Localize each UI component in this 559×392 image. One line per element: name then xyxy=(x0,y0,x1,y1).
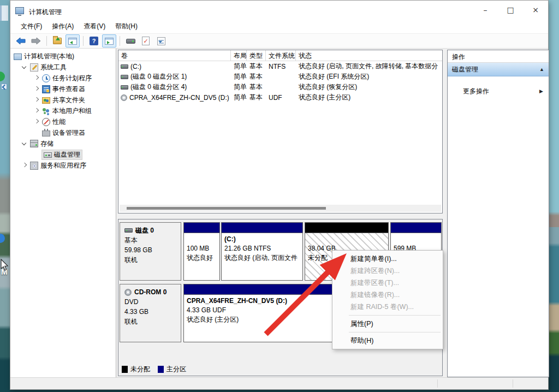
volume-status: 状态良好 (启动, 页面文件, 故障转储, 基本数据分 xyxy=(296,62,442,71)
tree-item-services-applications[interactable]: 服务和应用程序 xyxy=(10,160,116,171)
volume-row[interactable]: (磁盘 0 磁盘分区 4) 简单 基本 状态良好 (恢复分区) xyxy=(118,82,442,92)
chevron-right-icon[interactable] xyxy=(21,162,28,169)
column-volume[interactable]: 卷 xyxy=(118,50,231,61)
menu-separator xyxy=(349,315,441,316)
more-actions-label: 更多操作 xyxy=(463,87,489,96)
column-layout[interactable]: 布局 xyxy=(231,50,247,61)
disk-icon xyxy=(124,228,133,233)
more-actions-item[interactable]: 更多操作 ▶ xyxy=(448,84,549,98)
menu-item-help[interactable]: 帮助(H) xyxy=(332,335,443,347)
partition-size: 21.26 GB NTFS xyxy=(224,244,301,253)
chevron-down-icon[interactable] xyxy=(21,64,28,70)
console-tree-icon xyxy=(68,38,77,45)
chevron-right-icon[interactable] xyxy=(33,118,40,125)
volume-row[interactable]: CPRA_X64FRE_ZH-CN_DV5 (D:) 简单 基本 UDF 状态良… xyxy=(118,92,442,103)
tree-item-storage[interactable]: 存储 xyxy=(10,138,116,149)
collapse-arrow-icon[interactable]: ▲ xyxy=(539,67,544,72)
desktop-icon-green[interactable] xyxy=(0,72,5,81)
volume-icon xyxy=(121,75,128,79)
menu-item-new-striped-volume: 新建带区卷(T)... xyxy=(332,277,443,289)
disk-console-button[interactable] xyxy=(123,34,138,47)
tree-item-event-viewer[interactable]: 事件查看器 xyxy=(10,84,116,94)
tree-item-label: 系统工具 xyxy=(40,63,67,72)
partition-size: 100 MB xyxy=(187,244,218,253)
partition-efi[interactable]: 100 MB 状态良好 xyxy=(183,222,220,281)
partition-header xyxy=(222,223,302,233)
actions-title: 操作 xyxy=(448,50,549,63)
chevron-down-icon[interactable] xyxy=(21,140,28,147)
tree-item-task-scheduler[interactable]: 任务计划程序 xyxy=(10,73,116,84)
partition-status: 状态良好 xyxy=(187,253,218,263)
chevron-right-icon[interactable] xyxy=(33,108,40,114)
partition-status: 状态良好 (启动, 页面文件 xyxy=(224,253,301,263)
chevron-right-icon[interactable] xyxy=(33,86,40,92)
disk-kind: DVD xyxy=(124,297,181,307)
minimize-button[interactable]: – xyxy=(473,1,498,19)
scrollbar-thumb[interactable] xyxy=(127,207,326,210)
volume-name: (磁盘 0 磁盘分区 1) xyxy=(130,72,187,81)
console-tree-pane: 计算机管理(本地) 系统工具 任务计划程序 事件查看器 共享文件夹 xyxy=(10,49,116,377)
volume-status: 状态良好 (恢复分区) xyxy=(296,82,442,92)
tree-item-local-users-groups[interactable]: 本地用户和组 xyxy=(10,105,116,116)
status-bar xyxy=(10,377,548,389)
event-viewer-icon xyxy=(42,85,50,93)
menu-help[interactable]: 帮助(H) xyxy=(110,20,142,33)
volume-fs: NTFS xyxy=(266,63,296,70)
horizontal-scrollbar[interactable] xyxy=(120,205,441,212)
volume-type: 基本 xyxy=(247,62,266,71)
tree-item-label: 设备管理器 xyxy=(52,128,85,138)
back-button[interactable] xyxy=(14,34,28,47)
partition-header xyxy=(184,223,219,233)
menu-action[interactable]: 操作(A) xyxy=(47,20,79,33)
partition-c[interactable]: (C:) 21.26 GB NTFS 状态良好 (启动, 页面文件 xyxy=(221,222,303,281)
menu-item-new-simple-volume[interactable]: 新建简单卷(I)... xyxy=(332,253,443,265)
up-level-button[interactable] xyxy=(50,34,64,47)
content-area: 计算机管理(本地) 系统工具 任务计划程序 事件查看器 共享文件夹 xyxy=(10,49,548,377)
tree-item-disk-management[interactable]: 磁盘管理 xyxy=(10,149,116,160)
disk0-label-cell[interactable]: 磁盘 0 基本 59.98 GB 联机 xyxy=(120,222,181,281)
tree-item-label: 本地用户和组 xyxy=(52,106,92,116)
tree-item-label: 任务计划程序 xyxy=(52,74,92,83)
maximize-button[interactable]: □ xyxy=(498,1,523,19)
column-status[interactable]: 状态 xyxy=(296,50,442,61)
menu-file[interactable]: 文件(F) xyxy=(16,20,47,33)
volume-layout: 简单 xyxy=(231,82,247,92)
legend-primary: 主分区 xyxy=(158,365,186,374)
context-menu: 新建简单卷(I)... 新建跨区卷(N)... 新建带区卷(T)... 新建镜像… xyxy=(332,250,443,349)
desktop-wallpaper-left: M xyxy=(0,0,10,392)
disk-status: 联机 xyxy=(124,317,181,326)
show-console-tree-button[interactable] xyxy=(66,34,80,47)
menu-item-properties[interactable]: 属性(P) xyxy=(332,318,443,330)
folder-up-icon xyxy=(53,38,62,44)
actions-section-disk-management[interactable]: 磁盘管理 ▲ xyxy=(448,63,549,76)
disk-management-icon xyxy=(44,152,52,158)
cdrom-label-cell[interactable]: CD-ROM 0 DVD 4.33 GB 联机 xyxy=(120,284,181,342)
title-bar[interactable]: 计算机管理 – □ × xyxy=(10,1,548,19)
tree-item-device-manager[interactable]: 设备管理器 xyxy=(10,127,116,138)
volume-type: 基本 xyxy=(247,82,266,92)
tree-item-computer-management[interactable]: 计算机管理(本地) xyxy=(10,51,116,62)
forward-button[interactable] xyxy=(29,34,43,47)
window-title: 计算机管理 xyxy=(29,8,62,17)
volume-fs: UDF xyxy=(266,94,296,102)
help-button[interactable]: ? xyxy=(87,34,101,47)
volume-name: (磁盘 0 磁盘分区 4) xyxy=(130,82,187,92)
volume-row[interactable]: (C:) 简单 基本 NTFS 状态良好 (启动, 页面文件, 故障转储, 基本… xyxy=(118,61,442,72)
column-filesystem[interactable]: 文件系统 xyxy=(266,50,296,61)
menu-view[interactable]: 查看(V) xyxy=(79,20,110,33)
tree-item-system-tools[interactable]: 系统工具 xyxy=(10,62,116,73)
column-type[interactable]: 类型 xyxy=(247,50,266,61)
show-action-pane-button[interactable] xyxy=(102,34,116,47)
disk-kind: 基本 xyxy=(124,235,181,245)
tree-item-shared-folders[interactable]: 共享文件夹 xyxy=(10,94,116,105)
disk-size: 59.98 GB xyxy=(124,245,181,255)
disk-name: 磁盘 0 xyxy=(135,225,154,235)
tree-item-performance[interactable]: 性能 xyxy=(10,116,116,127)
close-button[interactable]: × xyxy=(523,1,548,19)
check-status-button[interactable]: ✓ xyxy=(139,34,153,47)
desktop-icon-blue[interactable] xyxy=(0,234,5,243)
chevron-right-icon[interactable] xyxy=(33,75,40,81)
chevron-right-icon[interactable] xyxy=(33,97,40,103)
properties-list-button[interactable] xyxy=(154,34,168,47)
volume-row[interactable]: (磁盘 0 磁盘分区 1) 简单 基本 状态良好 (EFI 系统分区) xyxy=(118,72,442,82)
